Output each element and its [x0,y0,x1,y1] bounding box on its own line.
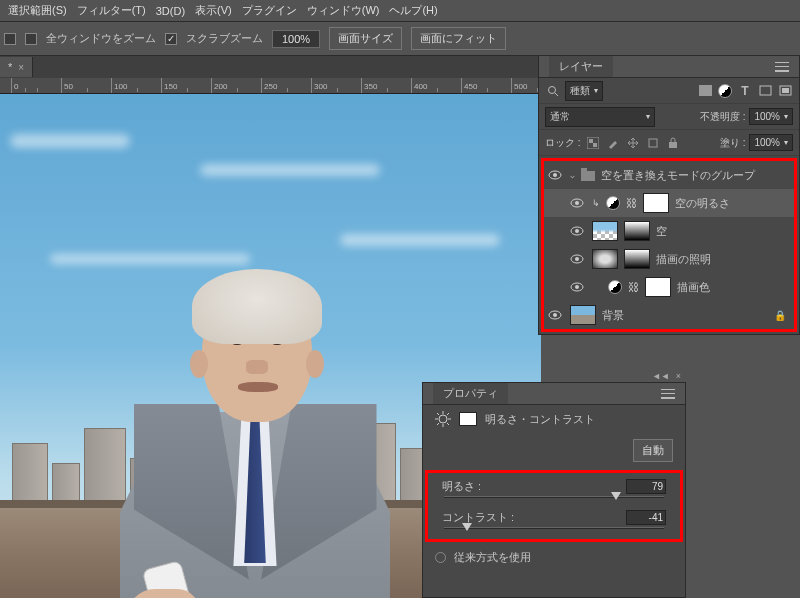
label-scrub-zoom: スクラブズーム [186,31,263,46]
mask-link-icon[interactable]: ⛓ [626,197,637,209]
svg-point-14 [575,201,579,205]
layer-list-highlight: ⌵ 空を置き換えモードのグループ ↳ ⛓ 空の明るさ 空 描画の照明 [541,158,797,332]
lock-label: ロック : [545,136,581,150]
menu-3d[interactable]: 3D(D) [156,5,185,17]
tab-close-icon[interactable]: × [18,62,24,73]
layer-group-row[interactable]: ⌵ 空を置き換えモードのグループ [544,161,794,189]
visibility-toggle[interactable] [570,226,586,236]
visibility-toggle[interactable] [548,170,564,180]
fit-screen-button[interactable]: 画面サイズ [329,27,402,50]
svg-line-1 [555,93,558,96]
layer-row-lighting[interactable]: 描画の照明 [544,245,794,273]
visibility-toggle[interactable] [548,310,564,320]
mask-link-icon[interactable]: ⛓ [628,281,639,293]
svg-point-20 [575,285,579,289]
checkbox-unknown[interactable] [4,33,16,45]
mask-thumbnail[interactable] [624,221,650,241]
lock-move-icon[interactable] [625,136,641,150]
checkbox-scrub-zoom[interactable]: ✓ [165,33,177,45]
mask-thumbnail[interactable] [645,277,671,297]
layer-row-color[interactable]: ⛓ 描画色 [544,273,794,301]
mask-thumbnail[interactable] [643,193,669,213]
adjustment-type-row: 明るさ・コントラスト [423,405,685,433]
adjustment-title: 明るさ・コントラスト [485,412,595,427]
visibility-toggle[interactable] [570,282,586,292]
svg-rect-10 [669,142,677,148]
svg-point-16 [575,229,579,233]
svg-rect-2 [699,85,712,96]
layer-name[interactable]: 描画色 [677,280,710,295]
contrast-input[interactable] [626,510,666,525]
opacity-label: 不透明度 : [700,110,746,124]
layer-name[interactable]: 空の明るさ [675,196,730,211]
legacy-radio[interactable] [435,552,446,563]
fit-window-button[interactable]: 画面にフィット [411,27,506,50]
filter-pixel-icon[interactable] [697,84,713,98]
brightness-label: 明るさ : [442,479,481,494]
zoom-level-input[interactable]: 100% [272,30,320,48]
menu-select[interactable]: 選択範囲(S) [8,3,67,18]
panel-collapse-controls[interactable]: ◄◄× [652,371,681,381]
svg-line-31 [437,423,439,425]
layer-name[interactable]: 描画の照明 [656,252,711,267]
lock-all-icon[interactable] [665,136,681,150]
svg-point-22 [553,313,557,317]
filter-shape-icon[interactable] [757,84,773,98]
menu-filter[interactable]: フィルター(T) [77,3,146,18]
svg-line-29 [447,423,449,425]
slider-knob[interactable] [462,523,472,531]
lock-artboard-icon[interactable] [645,136,661,150]
layer-name[interactable]: 空を置き換えモードのグループ [601,168,755,183]
menu-window[interactable]: ウィンドウ(W) [307,3,380,18]
fill-input[interactable]: 100%▾ [749,134,793,151]
panel-menu-icon[interactable] [661,389,675,399]
mask-thumbnail[interactable] [459,412,477,426]
auto-button[interactable]: 自動 [633,439,673,462]
layer-name[interactable]: 背景 [602,308,624,323]
lock-row: ロック : 塗り : 100%▾ [539,130,799,156]
lock-pixels-icon[interactable] [585,136,601,150]
legacy-label: 従来方式を使用 [454,550,531,565]
filter-kind-select[interactable]: 種類▾ [565,81,603,101]
layers-panel: レイヤー 種類▾ T 通常▾ 不透明度 : 100%▾ ロック : 塗り : 1… [538,55,800,335]
mask-thumbnail[interactable] [624,249,650,269]
layer-name[interactable]: 空 [656,224,667,239]
visibility-toggle[interactable] [570,254,586,264]
svg-line-28 [437,413,439,415]
slider-knob[interactable] [611,492,621,500]
layer-row-sky[interactable]: 空 [544,217,794,245]
properties-tab[interactable]: プロパティ [433,383,508,404]
filter-type-icon[interactable]: T [737,84,753,98]
layer-row-background[interactable]: 背景 🔒 [544,301,794,329]
panel-menu-icon[interactable] [775,62,789,72]
options-bar: 全ウィンドウをズーム ✓ スクラブズーム 100% 画面サイズ 画面にフィット [0,22,800,56]
layer-thumbnail[interactable] [592,221,618,241]
layers-tab[interactable]: レイヤー [549,56,613,77]
document-tab[interactable]: * × [0,57,33,77]
lock-brush-icon[interactable] [605,136,621,150]
layer-row-brightness[interactable]: ↳ ⛓ 空の明るさ [544,189,794,217]
filter-adjust-icon[interactable] [717,84,733,98]
brightness-input[interactable] [626,479,666,494]
brightness-icon [435,411,451,427]
opacity-input[interactable]: 100%▾ [749,108,793,125]
chevron-down-icon[interactable]: ⌵ [570,171,575,180]
svg-rect-3 [760,86,771,95]
brightness-slider[interactable] [444,496,664,498]
svg-point-23 [439,415,447,423]
checkbox-all-windows[interactable] [25,33,37,45]
menu-help[interactable]: ヘルプ(H) [389,3,437,18]
contrast-slider[interactable] [444,527,664,529]
properties-panel: ◄◄× プロパティ 明るさ・コントラスト 自動 明るさ : コントラスト : [422,382,686,598]
filter-smart-icon[interactable] [777,84,793,98]
blend-mode-select[interactable]: 通常▾ [545,107,655,127]
layer-thumbnail[interactable] [592,249,618,269]
adjustment-icon [608,280,622,294]
menu-plugin[interactable]: プラグイン [242,3,297,18]
auto-row: 自動 [423,433,685,468]
fill-label: 塗り : [720,136,746,150]
search-icon[interactable] [545,84,561,98]
menu-view[interactable]: 表示(V) [195,3,232,18]
visibility-toggle[interactable] [570,198,586,208]
layer-thumbnail[interactable] [570,305,596,325]
